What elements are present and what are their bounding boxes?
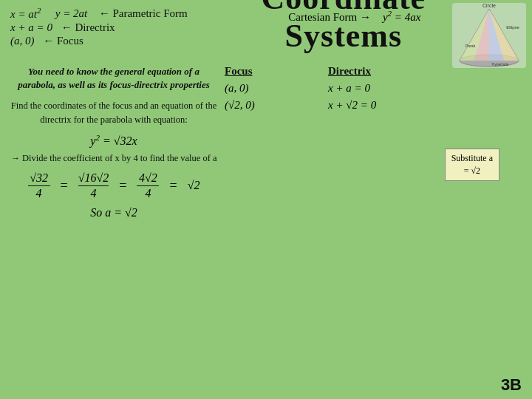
focus-label: ← Focus [43, 35, 83, 47]
header-row: x = at2 y = 2at ← Parametric Form x + a … [10, 6, 522, 55]
fraction-3: 4√2 4 [137, 171, 159, 200]
intro-text: You need to know the general equation of… [10, 65, 217, 92]
divide-text: → Divide the coefficient of x by 4 to fi… [10, 152, 217, 166]
sub-line2: = √2 [464, 166, 480, 176]
so-a-text: So a = √2 [10, 206, 217, 219]
frac3-den: 4 [145, 186, 151, 200]
table-row-2: (√2, 0) x + √2 = 0 [225, 99, 522, 112]
frac1-num: √32 [28, 171, 50, 186]
fraction-4-value: √2 [188, 179, 200, 192]
page-title: Coordinate Systems [262, 0, 426, 54]
col-directrix-header: Directrix [328, 65, 417, 78]
eq-sign-3: = [169, 178, 177, 194]
frac1-den: 4 [36, 186, 42, 200]
fraction-1: √32 4 [28, 171, 50, 200]
parabola-eq-display: y2 = √32x [10, 133, 217, 148]
focus-coord: (a, 0) [10, 35, 35, 47]
row2-directrix: x + √2 = 0 [328, 99, 417, 112]
eq-sign-1: = [61, 178, 68, 194]
cone-graphic: Circle Ellipse Parab Hyperbola [452, 3, 526, 68]
frac3-num: 4√2 [137, 171, 159, 186]
left-panel: You need to know the general equation of… [10, 65, 217, 224]
parametric-line: x = at2 y = 2at ← Parametric Form [10, 6, 188, 21]
col-focus-header: Focus [225, 65, 313, 78]
parabola-eq: y2 = √32x [90, 134, 137, 147]
fraction-2: √16√2 4 [78, 171, 109, 200]
table-row-1: (a, 0) x + a = 0 [225, 82, 522, 95]
parametric-label: ← Parametric Form [99, 7, 188, 20]
row1-directrix: x + a = 0 [328, 82, 417, 95]
svg-text:Ellipse: Ellipse [506, 25, 519, 30]
row1-focus: (a, 0) [225, 82, 313, 95]
directrix-eq: x + a = 0 [10, 21, 52, 34]
eq-sign-2: = [119, 178, 126, 194]
frac2-den: 4 [91, 186, 97, 200]
substitute-note: Substitute a = √2 [445, 149, 499, 181]
param-eq2: y = 2at [55, 7, 87, 20]
header-formulas: x = at2 y = 2at ← Parametric Form x + a … [10, 6, 188, 47]
focus-line: (a, 0) ← Focus [10, 35, 188, 47]
svg-text:Parab: Parab [466, 44, 476, 48]
page-number: 3B [501, 375, 522, 395]
directrix-label: ← Directrix [61, 21, 115, 34]
find-text: Find the coordinates of the focus and an… [10, 99, 217, 127]
cone-svg: Circle Ellipse Parab Hyperbola [452, 3, 526, 68]
directrix-line: x + a = 0 ← Directrix [10, 21, 188, 34]
param-eq1: x = at2 [10, 6, 41, 21]
main-content: You need to know the general equation of… [10, 65, 522, 224]
title-section: Coordinate Systems [247, 0, 440, 55]
page: x = at2 y = 2at ← Parametric Form x + a … [0, 0, 532, 399]
fraction-row: √32 4 = √16√2 4 = 4√2 4 = √2 [10, 171, 217, 200]
frac2-num: √16√2 [78, 171, 109, 186]
svg-text:Circle: Circle [482, 3, 496, 8]
svg-text:Hyperbola: Hyperbola [492, 62, 509, 66]
sub-line1: Substitute a [451, 153, 493, 163]
row2-focus: (√2, 0) [225, 99, 313, 112]
right-panel: Focus Directrix (a, 0) x + a = 0 (√2, 0)… [225, 65, 522, 224]
